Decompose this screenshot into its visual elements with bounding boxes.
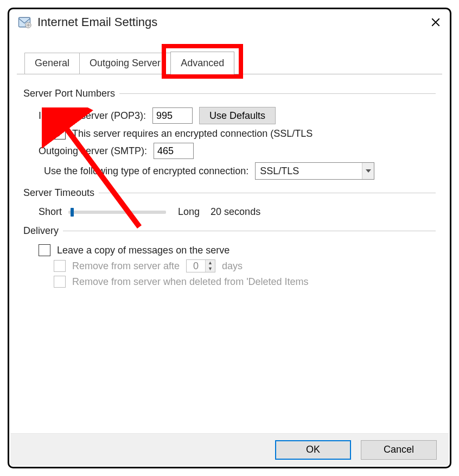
use-defaults-button[interactable]: Use Defaults bbox=[199, 107, 276, 124]
group-server-timeouts: Server Timeouts Short Long 20 seconds bbox=[23, 187, 436, 218]
mail-settings-icon bbox=[17, 15, 32, 30]
remove-after-days-input bbox=[187, 260, 205, 272]
leave-copy-checkbox[interactable] bbox=[39, 244, 50, 256]
group-divider bbox=[63, 231, 436, 231]
group-divider bbox=[119, 93, 436, 94]
timeout-long-label: Long bbox=[178, 206, 200, 218]
encryption-type-value: SSL/TLS bbox=[260, 166, 299, 177]
group-divider bbox=[99, 193, 436, 193]
group-server-port-numbers: Server Port Numbers Incoming server (POP… bbox=[23, 88, 436, 180]
encryption-type-select[interactable]: SSL/TLS bbox=[255, 162, 374, 180]
group-delivery: Delivery Leave a copy of messages on the… bbox=[23, 225, 436, 288]
ok-button[interactable]: OK bbox=[275, 440, 351, 460]
group-legend-ports: Server Port Numbers bbox=[23, 88, 115, 99]
dialog-frame: Internet Email Settings General Outgoing… bbox=[8, 8, 451, 468]
timeout-short-label: Short bbox=[39, 206, 62, 218]
ssl-required-label: This server requires an encrypted connec… bbox=[72, 128, 313, 139]
outgoing-port-label: Outgoing server (SMTP): bbox=[39, 145, 147, 157]
remove-after-days-spinner: ▲▼ bbox=[186, 259, 215, 272]
slider-thumb[interactable] bbox=[71, 208, 74, 217]
checkmark-icon bbox=[55, 129, 64, 138]
tab-advanced[interactable]: Advanced bbox=[170, 52, 234, 74]
close-icon bbox=[431, 17, 441, 27]
group-legend-timeouts: Server Timeouts bbox=[23, 187, 94, 199]
outgoing-port-input[interactable] bbox=[154, 143, 194, 159]
remove-after-label-prefix: Remove from server afte bbox=[72, 261, 180, 272]
timeout-value: 20 seconds bbox=[211, 206, 260, 218]
chevron-down-icon bbox=[362, 163, 374, 179]
cancel-button[interactable]: Cancel bbox=[361, 440, 437, 460]
spinner-arrows-icon: ▲▼ bbox=[205, 260, 215, 272]
dialog-title: Internet Email Settings bbox=[37, 15, 157, 29]
timeout-slider[interactable] bbox=[68, 211, 166, 214]
remove-when-deleted-label: Remove from server when deleted from 'De… bbox=[72, 276, 309, 288]
remove-when-deleted-checkbox bbox=[54, 276, 66, 288]
incoming-port-label: Incoming server (POP3): bbox=[39, 110, 146, 122]
remove-after-label-suffix: days bbox=[222, 261, 243, 272]
incoming-port-input[interactable] bbox=[152, 107, 193, 124]
encryption-type-label: Use the following type of encrypted conn… bbox=[44, 166, 248, 177]
remove-after-checkbox bbox=[54, 260, 66, 272]
tab-strip: General Outgoing Server Advanced bbox=[9, 52, 450, 75]
leave-copy-label: Leave a copy of messages on the serve bbox=[57, 245, 229, 256]
group-legend-delivery: Delivery bbox=[23, 225, 59, 237]
tab-outgoing-server[interactable]: Outgoing Server bbox=[79, 53, 171, 74]
title-bar: Internet Email Settings bbox=[9, 9, 450, 35]
dialog-footer: OK Cancel bbox=[10, 433, 449, 466]
tab-content-advanced: Server Port Numbers Incoming server (POP… bbox=[9, 75, 450, 288]
ssl-required-checkbox[interactable] bbox=[54, 128, 66, 139]
tab-general[interactable]: General bbox=[24, 53, 80, 74]
close-button[interactable] bbox=[428, 15, 443, 30]
